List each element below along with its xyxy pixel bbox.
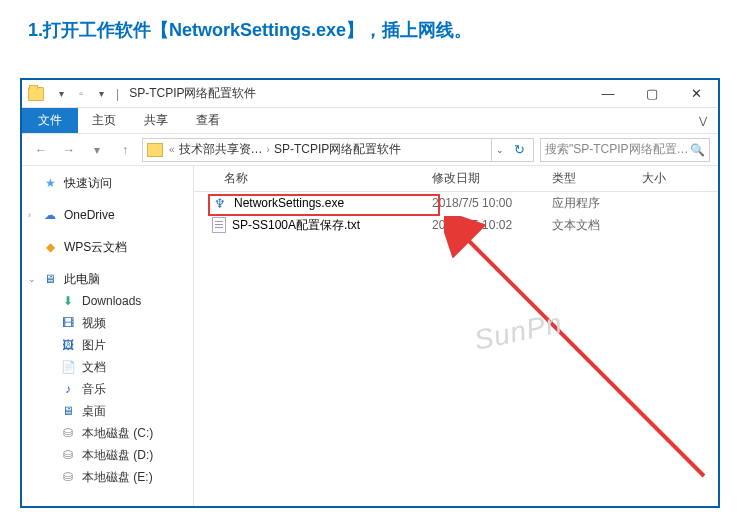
- file-date: 2018/7/5 10:02: [432, 218, 552, 232]
- chevron-right-icon: «: [169, 144, 175, 155]
- pc-icon: 🖥: [42, 271, 58, 287]
- tab-view[interactable]: 查看: [182, 108, 234, 133]
- svg-line-0: [464, 236, 704, 476]
- ribbon-tabs: 文件 主页 共享 查看 ⋁: [22, 108, 718, 134]
- column-type[interactable]: 类型: [544, 170, 634, 187]
- download-icon: ⬇: [60, 293, 76, 309]
- nav-forward-icon[interactable]: →: [58, 139, 80, 161]
- folder-icon: [147, 143, 163, 157]
- search-input[interactable]: 搜索"SP-TCPIP网络配置软件" 🔍: [540, 138, 710, 162]
- breadcrumb-segment[interactable]: 技术部共享资…: [179, 141, 263, 158]
- title-separator: |: [116, 87, 119, 101]
- picture-icon: 🖼: [60, 337, 76, 353]
- tab-home[interactable]: 主页: [78, 108, 130, 133]
- refresh-icon[interactable]: ↻: [510, 142, 529, 157]
- column-name[interactable]: 名称: [194, 170, 424, 187]
- sidebar-item-music[interactable]: ♪音乐: [22, 378, 193, 400]
- sidebar-item-drive-d[interactable]: ⛁本地磁盘 (D:): [22, 444, 193, 466]
- file-type: 文本文档: [552, 217, 642, 234]
- file-date: 2018/7/5 10:00: [432, 196, 552, 210]
- breadcrumb-dropdown-icon[interactable]: ⌄: [491, 139, 508, 161]
- music-icon: ♪: [60, 381, 76, 397]
- column-headers: 名称 修改日期 类型 大小: [194, 166, 718, 192]
- qat-button[interactable]: ▾: [92, 85, 110, 103]
- sidebar-item-desktop[interactable]: 🖥桌面: [22, 400, 193, 422]
- search-placeholder: 搜索"SP-TCPIP网络配置软件": [545, 141, 690, 158]
- drive-icon: ⛁: [60, 425, 76, 441]
- exe-icon: ♆: [212, 195, 228, 211]
- sidebar-item-drive-c[interactable]: ⛁本地磁盘 (C:): [22, 422, 193, 444]
- sidebar-item-onedrive[interactable]: ›☁OneDrive: [22, 204, 193, 226]
- chevron-down-icon[interactable]: ⌄: [28, 274, 36, 284]
- file-name: SP-SS100A配置保存.txt: [232, 217, 360, 234]
- column-date[interactable]: 修改日期: [424, 170, 544, 187]
- wps-icon: ◆: [42, 239, 58, 255]
- desktop-icon: 🖥: [60, 403, 76, 419]
- tab-file[interactable]: 文件: [22, 108, 78, 133]
- explorer-window: ▾ ▫ ▾ | SP-TCPIP网络配置软件 — ▢ ✕ 文件 主页 共享 查看…: [20, 78, 720, 508]
- instruction-heading: 1.打开工作软件【NetworkSettings.exe】，插上网线。: [0, 0, 750, 42]
- qat-button[interactable]: ▫: [72, 85, 90, 103]
- tab-share[interactable]: 共享: [130, 108, 182, 133]
- sidebar-item-documents[interactable]: 📄文档: [22, 356, 193, 378]
- file-row[interactable]: SP-SS100A配置保存.txt 2018/7/5 10:02 文本文档: [194, 214, 718, 236]
- drive-icon: ⛁: [60, 447, 76, 463]
- document-icon: 📄: [60, 359, 76, 375]
- file-row[interactable]: ♆NetworkSettings.exe 2018/7/5 10:00 应用程序: [194, 192, 718, 214]
- titlebar: ▾ ▫ ▾ | SP-TCPIP网络配置软件 — ▢ ✕: [22, 80, 718, 108]
- chevron-right-icon: ›: [267, 144, 270, 155]
- sidebar-item-wps[interactable]: ◆WPS云文档: [22, 236, 193, 258]
- navigation-pane: ★快速访问 ›☁OneDrive ◆WPS云文档 ⌄🖥此电脑 ⬇Download…: [22, 166, 194, 506]
- file-name: NetworkSettings.exe: [234, 196, 344, 210]
- sidebar-item-videos[interactable]: 🎞视频: [22, 312, 193, 334]
- nav-back-icon[interactable]: ←: [30, 139, 52, 161]
- video-icon: 🎞: [60, 315, 76, 331]
- qat-button[interactable]: ▾: [52, 85, 70, 103]
- folder-icon: [28, 87, 44, 101]
- chevron-right-icon[interactable]: ›: [28, 210, 31, 220]
- cloud-icon: ☁: [42, 207, 58, 223]
- breadcrumb-segment[interactable]: SP-TCPIP网络配置软件: [274, 141, 401, 158]
- search-icon[interactable]: 🔍: [690, 143, 705, 157]
- txt-icon: [212, 217, 226, 233]
- maximize-button[interactable]: ▢: [630, 80, 674, 108]
- nav-up-icon[interactable]: ↑: [114, 139, 136, 161]
- close-button[interactable]: ✕: [674, 80, 718, 108]
- drive-icon: ⛁: [60, 469, 76, 485]
- address-bar: ← → ▾ ↑ « 技术部共享资… › SP-TCPIP网络配置软件 ⌄ ↻ 搜…: [22, 134, 718, 166]
- file-pane: 名称 修改日期 类型 大小 ♆NetworkSettings.exe 2018/…: [194, 166, 718, 506]
- ribbon-expand-icon[interactable]: ⋁: [688, 108, 718, 133]
- annotation-arrow-icon: [444, 216, 724, 496]
- sidebar-item-this-pc[interactable]: ⌄🖥此电脑: [22, 268, 193, 290]
- window-title: SP-TCPIP网络配置软件: [129, 85, 256, 102]
- sidebar-item-quick-access[interactable]: ★快速访问: [22, 172, 193, 194]
- star-icon: ★: [42, 175, 58, 191]
- watermark: SunPn: [472, 307, 566, 357]
- minimize-button[interactable]: —: [586, 80, 630, 108]
- sidebar-item-drive-e[interactable]: ⛁本地磁盘 (E:): [22, 466, 193, 488]
- breadcrumb[interactable]: « 技术部共享资… › SP-TCPIP网络配置软件 ⌄ ↻: [142, 138, 534, 162]
- file-type: 应用程序: [552, 195, 642, 212]
- sidebar-item-pictures[interactable]: 🖼图片: [22, 334, 193, 356]
- nav-history-icon[interactable]: ▾: [86, 139, 108, 161]
- column-size[interactable]: 大小: [634, 170, 718, 187]
- sidebar-item-downloads[interactable]: ⬇Downloads: [22, 290, 193, 312]
